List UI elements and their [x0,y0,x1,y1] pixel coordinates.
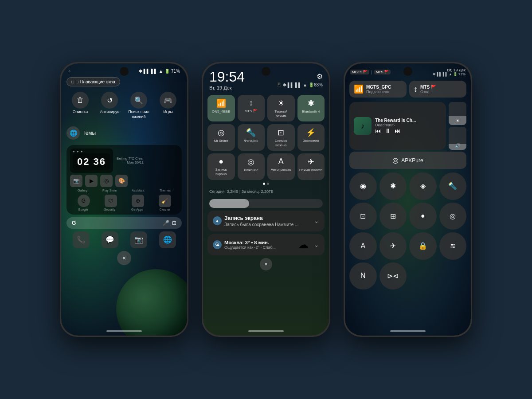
notch-3 [403,67,412,76]
p2-page-dots [203,183,329,185]
p2-data-usage: Сегодня: 3,2МБ | За месяц: 2,20ГБ [203,187,329,196]
p1-wifi-icon: ▲ [159,69,163,74]
dock-phone[interactable]: 📞 [73,231,90,248]
ctrl-nfc-like[interactable]: ◈ [409,172,437,200]
tile-flashlight[interactable]: 🔦 Фонарик [238,124,265,151]
ctrl-screenshot[interactable]: ⊡ [349,203,377,230]
app-google[interactable]: G [78,195,90,207]
themes-label: Темы [82,130,96,136]
tile-screenshot-label: Снимок экрана [269,139,293,147]
ctrl-location[interactable]: ◎ [439,203,467,230]
tile-mishare[interactable]: ◎ Mi Share [207,124,235,151]
nfc-icon: N [360,272,366,280]
app-play[interactable]: ▶ [85,175,98,187]
next-track-icon[interactable]: ⏭ [395,127,401,134]
tile-dark[interactable]: ☀ Темный режим [267,95,295,121]
p2-brightness-slider[interactable] [209,199,323,208]
prev-track-icon[interactable]: ⏮ [375,127,381,134]
floating-icon: □ [71,79,74,84]
qa-search-label: Поиск прил ожений [125,110,153,119]
ctrl-record[interactable]: ● [409,203,437,230]
apkpure-button[interactable]: ◎ APKPure [349,152,466,169]
extra2-icon: ⊳⊲ [387,272,399,280]
weather-expand-icon[interactable]: ⌄ [314,241,319,248]
qa-games[interactable]: 🎮 Игры [154,92,182,119]
ctrl-extra2[interactable]: ⊳⊲ [379,262,407,290]
qa-antivirus[interactable]: ↺ Антивирус [96,92,123,119]
mts-data-icon: ↕ [414,85,418,94]
tile-data[interactable]: ↕ MTS 🚩 [238,95,265,121]
app-cleaner[interactable]: 🧹 [159,195,171,207]
p2-close-button[interactable]: × [260,258,272,270]
mishare-icon: ◎ [218,128,225,137]
p3-wifi-icon: ▲ [449,72,452,76]
music-controls: ⏮ ⏸ ⏭ [375,127,442,134]
dock-camera[interactable]: 📷 [130,231,147,248]
app-assistant[interactable]: ◎ [100,175,113,187]
dock-messages[interactable]: 💬 [102,231,118,248]
network-tile-mts[interactable]: ↕ MTS 🚩 Откл. [409,81,466,98]
notif-expand-icon[interactable]: ⌄ [314,217,319,224]
qa-search-apps[interactable]: 🔍 Поиск прил ожений [125,92,153,119]
p3-battery-label: 71% [458,72,466,76]
phone-3: MGTS 🚩 | MTS 🚩 Вт, 19 Дек ✱ ▌▌ ▌▌ ▲ 🔋 71… [344,62,472,337]
weather-title: Москва: 3° • 8 мин. [224,240,298,245]
airplane-ctrl-icon: ✈ [390,242,396,250]
floating-windows-button[interactable]: □ □ Плавающие окна [66,77,120,86]
mgts-name: MGTS_GPC [366,85,402,90]
ctrl-bluetooth[interactable]: ✱ [379,172,407,200]
ctrl-flashlight[interactable]: 🔦 [439,172,467,200]
weather-subtitle: Ощущается как -2° · Слаб... [224,245,298,250]
app-themes[interactable]: 🎨 [115,175,128,187]
ctrl-battery-saver[interactable]: ⊞ [379,203,407,230]
ctrl-brightness[interactable]: ◉ [349,172,377,200]
app-gallery[interactable]: 📷 [70,175,82,187]
screenshot-tile-icon: ⊡ [278,128,284,137]
network-tile-mgts[interactable]: 📶 MGTS_GPC Подключено [349,81,407,98]
app-security[interactable]: 🛡 [105,195,117,207]
tile-screenshot[interactable]: ⊡ Снимок экрана [267,124,295,151]
p1-close-button[interactable]: × [117,251,131,265]
phone-2: 19:54 Вт, 19 Дек ⚙ 📱✱▌▌▌▌▲🔋68% 📶 ON5_4EB… [202,62,330,337]
p1-bluetooth-icon: ✱ [139,69,142,74]
notch-2 [262,67,270,76]
p1-dock: 📞 💬 📷 🌐 [66,231,182,248]
lens-icon[interactable]: ⊡ [172,220,176,226]
tile-airplane[interactable]: ✈ Режим полета [297,153,325,180]
tile-location[interactable]: ◎ Ложение [238,153,265,180]
ctrl-font[interactable]: A [349,232,377,260]
tile-bluetooth[interactable]: ✱ Bluetooth 4 [297,95,325,121]
notif-weather[interactable]: 🌤 Москва: 3° • 8 мин. Ощущается как -2° … [207,234,325,255]
brightness-slider-p3[interactable]: ☀ [449,102,466,125]
p1-search-bar[interactable]: G 🎤 ⊡ [66,217,182,229]
mic-icon[interactable]: 🎤 [163,220,169,226]
ctrl-lock[interactable]: 🔒 [409,232,437,260]
ctrl-extra1[interactable]: ≋ [439,232,467,260]
p3-sig2-icon: ▌▌ [443,72,448,76]
p1-signal1-icon: ▌▌ [144,69,150,74]
p3-home-bar[interactable] [390,330,426,332]
qa-cleanup[interactable]: 🗑 Очистка [66,92,94,119]
ctrl-airplane[interactable]: ✈ [379,232,407,260]
tile-economy[interactable]: ⚡ Экономия [297,124,325,151]
dock-browser[interactable]: 🌐 [159,231,176,248]
apk-label: APKPure [401,157,423,164]
p1-quick-actions: 🗑 Очистка ↺ Антивирус 🔍 Поиск прил ожени… [61,88,187,123]
p2-home-bar[interactable] [248,330,284,332]
tile-brightness[interactable]: A Автояркость [267,153,295,180]
volume-slider-p3[interactable]: 🔊 [449,127,466,150]
dot-1 [263,183,265,185]
tile-data-label: MTS 🚩 [245,109,258,113]
widget-clock: 02 36 [73,153,110,170]
pause-icon[interactable]: ⏸ [385,127,391,134]
p1-home-bar[interactable] [106,330,142,332]
p1-themes[interactable]: 🌐 Темы [61,123,187,143]
notif-record[interactable]: ● Запись экрана Запись была сохранена На… [207,211,325,231]
close-x-icon: × [122,254,126,262]
ctrl-nfc[interactable]: N [349,262,377,290]
tile-record[interactable]: ● Запись экрана [207,153,235,180]
p3-carriers: MGTS 🚩 | MTS 🚩 [350,70,391,74]
app-getapps[interactable]: ⊕ [132,195,144,207]
tile-wifi[interactable]: 📶 ON5_4EBE [207,95,235,121]
settings-gear-icon[interactable]: ⚙ [317,72,323,81]
